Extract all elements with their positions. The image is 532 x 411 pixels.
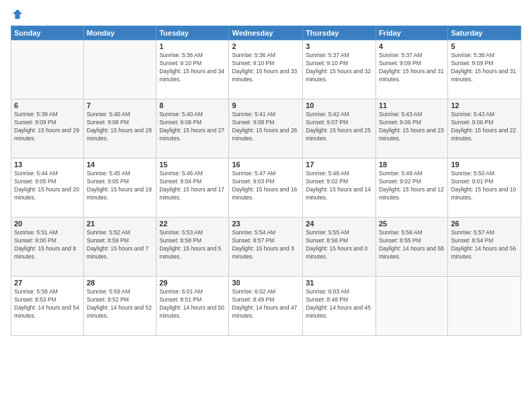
day-number: 10	[306, 101, 373, 109]
day-info: Sunrise: 6:02 AM Sunset: 8:49 PM Dayligh…	[232, 288, 300, 320]
day-number: 14	[87, 161, 153, 169]
calendar-cell: 26Sunrise: 5:57 AM Sunset: 8:54 PM Dayli…	[448, 218, 521, 277]
day-info: Sunrise: 5:59 AM Sunset: 8:52 PM Dayligh…	[87, 288, 153, 320]
day-number: 8	[159, 101, 226, 109]
day-number: 13	[14, 161, 81, 169]
day-info: Sunrise: 5:48 AM Sunset: 9:02 PM Dayligh…	[306, 170, 373, 202]
day-number: 7	[87, 101, 153, 109]
day-info: Sunrise: 5:37 AM Sunset: 9:09 PM Dayligh…	[379, 52, 445, 84]
weekday-header-friday: Friday	[375, 26, 447, 40]
logo	[11, 8, 24, 20]
day-number: 2	[232, 42, 300, 50]
calendar-cell: 17Sunrise: 5:48 AM Sunset: 9:02 PM Dayli…	[303, 158, 376, 218]
day-number: 9	[232, 101, 300, 109]
day-number: 18	[379, 161, 445, 169]
header	[11, 8, 521, 20]
day-info: Sunrise: 5:51 AM Sunset: 9:00 PM Dayligh…	[14, 229, 81, 261]
calendar-cell: 21Sunrise: 5:52 AM Sunset: 8:59 PM Dayli…	[84, 218, 157, 277]
day-info: Sunrise: 5:40 AM Sunset: 9:08 PM Dayligh…	[87, 111, 153, 143]
calendar-cell: 7Sunrise: 5:40 AM Sunset: 9:08 PM Daylig…	[84, 99, 157, 158]
day-number: 5	[451, 42, 518, 50]
day-info: Sunrise: 5:42 AM Sunset: 9:07 PM Dayligh…	[306, 111, 373, 143]
calendar-cell: 27Sunrise: 5:58 AM Sunset: 8:53 PM Dayli…	[11, 277, 84, 336]
day-number: 20	[14, 220, 81, 228]
day-number: 28	[87, 279, 153, 287]
week-row-2: 6Sunrise: 5:39 AM Sunset: 9:09 PM Daylig…	[11, 99, 521, 158]
day-info: Sunrise: 5:46 AM Sunset: 9:04 PM Dayligh…	[159, 170, 226, 202]
day-info: Sunrise: 5:47 AM Sunset: 9:03 PM Dayligh…	[232, 170, 300, 202]
day-info: Sunrise: 5:37 AM Sunset: 9:10 PM Dayligh…	[306, 52, 373, 84]
day-info: Sunrise: 5:57 AM Sunset: 8:54 PM Dayligh…	[451, 229, 518, 261]
calendar-cell: 3Sunrise: 5:37 AM Sunset: 9:10 PM Daylig…	[303, 40, 376, 99]
calendar-cell: 12Sunrise: 5:43 AM Sunset: 9:06 PM Dayli…	[448, 99, 521, 158]
day-number: 17	[306, 161, 373, 169]
day-number: 25	[379, 220, 445, 228]
day-info: Sunrise: 5:43 AM Sunset: 9:06 PM Dayligh…	[451, 111, 518, 143]
calendar-cell	[375, 277, 447, 336]
day-info: Sunrise: 5:45 AM Sunset: 9:05 PM Dayligh…	[87, 170, 153, 202]
day-number: 1	[159, 42, 226, 50]
day-number: 11	[379, 101, 445, 109]
calendar-cell: 9Sunrise: 5:41 AM Sunset: 9:08 PM Daylig…	[229, 99, 303, 158]
page: SundayMondayTuesdayWednesdayThursdayFrid…	[0, 0, 532, 411]
calendar-cell: 14Sunrise: 5:45 AM Sunset: 9:05 PM Dayli…	[84, 158, 157, 218]
calendar-cell: 16Sunrise: 5:47 AM Sunset: 9:03 PM Dayli…	[229, 158, 303, 218]
weekday-header-monday: Monday	[84, 26, 157, 40]
day-number: 29	[159, 279, 226, 287]
day-info: Sunrise: 5:36 AM Sunset: 9:10 PM Dayligh…	[159, 52, 226, 84]
week-row-3: 13Sunrise: 5:44 AM Sunset: 9:05 PM Dayli…	[11, 158, 521, 218]
calendar-cell: 25Sunrise: 5:56 AM Sunset: 8:55 PM Dayli…	[375, 218, 447, 277]
calendar-cell: 23Sunrise: 5:54 AM Sunset: 8:57 PM Dayli…	[229, 218, 303, 277]
calendar-cell: 22Sunrise: 5:53 AM Sunset: 8:58 PM Dayli…	[157, 218, 229, 277]
calendar-cell: 8Sunrise: 5:40 AM Sunset: 9:08 PM Daylig…	[157, 99, 229, 158]
day-number: 4	[379, 42, 445, 50]
day-info: Sunrise: 5:52 AM Sunset: 8:59 PM Dayligh…	[87, 229, 153, 261]
calendar-cell: 28Sunrise: 5:59 AM Sunset: 8:52 PM Dayli…	[84, 277, 157, 336]
day-info: Sunrise: 5:53 AM Sunset: 8:58 PM Dayligh…	[159, 229, 226, 261]
day-number: 3	[306, 42, 373, 50]
calendar-cell: 29Sunrise: 6:01 AM Sunset: 8:51 PM Dayli…	[157, 277, 229, 336]
calendar-cell: 19Sunrise: 5:50 AM Sunset: 9:01 PM Dayli…	[448, 158, 521, 218]
calendar: SundayMondayTuesdayWednesdayThursdayFrid…	[11, 26, 521, 336]
calendar-cell: 6Sunrise: 5:39 AM Sunset: 9:09 PM Daylig…	[11, 99, 84, 158]
day-number: 31	[306, 279, 373, 287]
day-number: 24	[306, 220, 373, 228]
weekday-header-saturday: Saturday	[448, 26, 521, 40]
calendar-cell: 31Sunrise: 6:03 AM Sunset: 8:48 PM Dayli…	[303, 277, 376, 336]
calendar-cell: 4Sunrise: 5:37 AM Sunset: 9:09 PM Daylig…	[375, 40, 447, 99]
day-info: Sunrise: 5:54 AM Sunset: 8:57 PM Dayligh…	[232, 229, 300, 261]
day-number: 16	[232, 161, 300, 169]
weekday-header-row: SundayMondayTuesdayWednesdayThursdayFrid…	[11, 26, 521, 40]
day-info: Sunrise: 5:44 AM Sunset: 9:05 PM Dayligh…	[14, 170, 81, 202]
calendar-cell: 1Sunrise: 5:36 AM Sunset: 9:10 PM Daylig…	[157, 40, 229, 99]
logo-icon	[11, 8, 24, 20]
day-number: 19	[451, 161, 518, 169]
week-row-1: 1Sunrise: 5:36 AM Sunset: 9:10 PM Daylig…	[11, 40, 521, 99]
weekday-header-wednesday: Wednesday	[229, 26, 303, 40]
day-number: 21	[87, 220, 153, 228]
day-info: Sunrise: 5:58 AM Sunset: 8:53 PM Dayligh…	[14, 288, 81, 320]
weekday-header-thursday: Thursday	[303, 26, 376, 40]
day-number: 27	[14, 279, 81, 287]
day-info: Sunrise: 5:56 AM Sunset: 8:55 PM Dayligh…	[379, 229, 445, 261]
logo-text	[11, 8, 24, 20]
calendar-cell: 24Sunrise: 5:55 AM Sunset: 8:56 PM Dayli…	[303, 218, 376, 277]
day-info: Sunrise: 5:38 AM Sunset: 9:09 PM Dayligh…	[451, 52, 518, 84]
calendar-cell: 18Sunrise: 5:49 AM Sunset: 9:02 PM Dayli…	[375, 158, 447, 218]
calendar-cell: 2Sunrise: 5:36 AM Sunset: 9:10 PM Daylig…	[229, 40, 303, 99]
day-info: Sunrise: 5:36 AM Sunset: 9:10 PM Dayligh…	[232, 52, 300, 84]
day-info: Sunrise: 5:49 AM Sunset: 9:02 PM Dayligh…	[379, 170, 445, 202]
day-info: Sunrise: 5:41 AM Sunset: 9:08 PM Dayligh…	[232, 111, 300, 143]
day-info: Sunrise: 6:03 AM Sunset: 8:48 PM Dayligh…	[306, 288, 373, 320]
day-info: Sunrise: 5:55 AM Sunset: 8:56 PM Dayligh…	[306, 229, 373, 261]
weekday-header-sunday: Sunday	[11, 26, 84, 40]
day-number: 22	[159, 220, 226, 228]
day-number: 26	[451, 220, 518, 228]
day-number: 12	[451, 101, 518, 109]
calendar-cell: 15Sunrise: 5:46 AM Sunset: 9:04 PM Dayli…	[157, 158, 229, 218]
day-info: Sunrise: 5:39 AM Sunset: 9:09 PM Dayligh…	[14, 111, 81, 143]
calendar-cell: 11Sunrise: 5:43 AM Sunset: 9:06 PM Dayli…	[375, 99, 447, 158]
week-row-4: 20Sunrise: 5:51 AM Sunset: 9:00 PM Dayli…	[11, 218, 521, 277]
day-info: Sunrise: 5:43 AM Sunset: 9:06 PM Dayligh…	[379, 111, 445, 143]
weekday-header-tuesday: Tuesday	[157, 26, 229, 40]
